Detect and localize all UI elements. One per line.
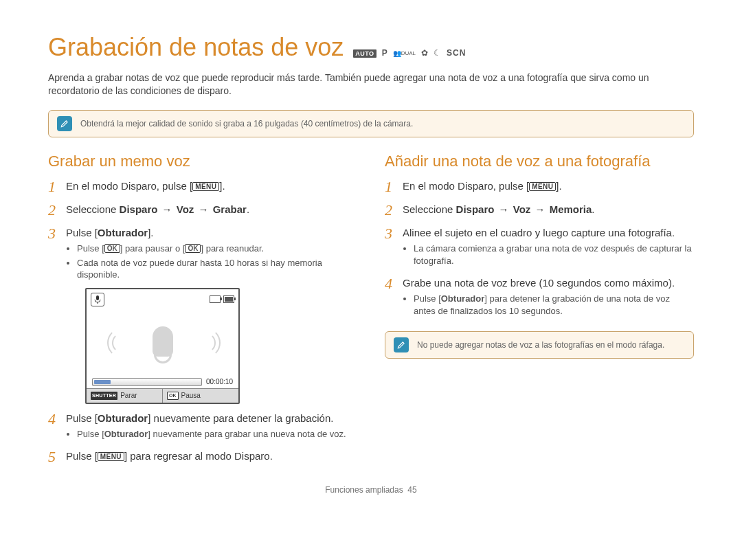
- microphone-icon: [153, 326, 173, 357]
- step-number: 3: [48, 225, 59, 242]
- right-step-1: 1 En el modo Disparo, pulse [MENU].: [385, 179, 694, 195]
- step-number: 2: [48, 202, 59, 219]
- intro-text: Aprenda a grabar notas de voz que puede …: [48, 71, 694, 98]
- step-body: En el modo Disparo, pulse [MENU].: [66, 179, 357, 193]
- step-number: 5: [48, 449, 59, 465]
- mode-icons: AUTO P 👥DUAL ✿ ☾ SCN: [353, 48, 466, 58]
- shutter-tag-icon: SHUTTER: [91, 392, 117, 400]
- sublist: La cámara comienza a grabar una nota de …: [403, 243, 694, 267]
- mode-p-icon: P: [382, 48, 387, 58]
- tip-box: Obtendrá la mejor calidad de sonido si g…: [48, 110, 694, 137]
- list-item: Cada nota de voz puede durar hasta 10 ho…: [77, 257, 357, 281]
- mode-scn-icon: SCN: [447, 48, 466, 58]
- footer-section: Funciones ampliadas: [325, 485, 403, 495]
- step-number: 3: [385, 225, 396, 242]
- list-item: Pulse [Obturador] para detener la grabac…: [414, 293, 694, 317]
- mode-beauty-icon: ✿: [421, 48, 428, 58]
- right-heading: Añadir una nota de voz a una fotografía: [385, 153, 694, 170]
- list-item: Pulse [Obturador] nuevamente para grabar…: [77, 428, 357, 440]
- tip-text: Obtendrá la mejor calidad de sonido si g…: [80, 119, 413, 128]
- step-body: Seleccione Disparo → Voz → Grabar.: [66, 202, 357, 216]
- lcd-center: [87, 310, 238, 373]
- list-item: La cámara comienza a grabar una nota de …: [414, 243, 694, 267]
- mode-auto-icon: AUTO: [353, 49, 376, 58]
- lcd-progress: 00:00:10: [92, 377, 233, 387]
- battery-empty-icon: [210, 295, 221, 303]
- mode-night-icon: ☾: [434, 48, 441, 58]
- mic-small-icon: [91, 293, 104, 306]
- sublist: Pulse [Obturador] nuevamente para grabar…: [66, 428, 357, 440]
- sublist: Pulse [Obturador] para detener la grabac…: [403, 293, 694, 317]
- lcd-pause-area: OKPausa: [163, 389, 238, 403]
- ok-button-label: OK: [185, 244, 201, 253]
- step-body: Pulse [Obturador] nuevamente para detene…: [66, 411, 357, 443]
- page: Grabación de notas de voz AUTO P 👥DUAL ✿…: [0, 0, 742, 508]
- mode-dual-icon: 👥DUAL: [393, 49, 416, 57]
- progress-time: 00:00:10: [206, 377, 233, 387]
- note-icon: [394, 337, 409, 352]
- lcd-top-bar: [87, 289, 238, 310]
- step-number: 1: [385, 179, 396, 195]
- left-step-1: 1 En el modo Disparo, pulse [MENU].: [48, 179, 357, 195]
- step-number: 1: [48, 179, 59, 195]
- lcd-screen: 00:00:10 SHUTTERParar OKPausa: [85, 288, 240, 404]
- title-row: Grabación de notas de voz AUTO P 👥DUAL ✿…: [48, 33, 694, 62]
- columns: Grabar un memo voz 1 En el modo Disparo,…: [48, 153, 694, 466]
- left-step-5: 5 Pulse [MENU] para regresar al modo Dis…: [48, 449, 357, 465]
- step-body: Seleccione Disparo → Voz → Memoria.: [403, 202, 694, 216]
- svg-rect-0: [96, 295, 99, 300]
- step-body: Alinee el sujeto en el cuadro y luego ca…: [403, 225, 694, 269]
- step-number: 4: [385, 276, 396, 292]
- step-body: Pulse [MENU] para regresar al modo Dispa…: [66, 449, 357, 463]
- page-title: Grabación de notas de voz: [48, 33, 344, 62]
- left-step-4: 4 Pulse [Obturador] nuevamente para dete…: [48, 411, 357, 443]
- right-column: Añadir una nota de voz a una fotografía …: [385, 153, 694, 466]
- left-column: Grabar un memo voz 1 En el modo Disparo,…: [48, 153, 357, 466]
- battery-full-icon: [223, 295, 234, 303]
- left-step-3: 3 Pulse [Obturador]. Pulse [OK] para pau…: [48, 225, 357, 404]
- sound-wave-left-icon: [107, 328, 135, 355]
- left-step-2: 2 Seleccione Disparo → Voz → Grabar.: [48, 202, 357, 219]
- lcd-stop-area: SHUTTERParar: [87, 389, 163, 403]
- menu-button-label: MENU: [529, 182, 556, 191]
- step-number: 2: [385, 202, 396, 219]
- right-step-4: 4 Grabe una nota de voz breve (10 segund…: [385, 276, 694, 319]
- ok-button-label: OK: [104, 244, 120, 253]
- list-item: Pulse [OK] para pausar o [OK] para reanu…: [77, 243, 357, 255]
- step-number: 4: [48, 411, 59, 427]
- note-icon: [57, 116, 72, 131]
- right-step-3: 3 Alinee el sujeto en el cuadro y luego …: [385, 225, 694, 269]
- sound-wave-right-icon: [190, 328, 218, 355]
- menu-button-label: MENU: [98, 452, 124, 461]
- sublist: Pulse [OK] para pausar o [OK] para reanu…: [66, 243, 357, 281]
- progress-bar: [92, 378, 202, 386]
- footer-page-number: 45: [407, 485, 416, 495]
- right-step-2: 2 Seleccione Disparo → Voz → Memoria.: [385, 202, 694, 219]
- menu-button-label: MENU: [192, 182, 219, 191]
- step-body: Grabe una nota de voz breve (10 segundos…: [403, 276, 694, 319]
- step-body: En el modo Disparo, pulse [MENU].: [403, 179, 694, 193]
- warning-text: No puede agregar notas de voz a las foto…: [417, 340, 664, 350]
- battery-icons: [210, 293, 234, 306]
- footer: Funciones ampliadas 45: [48, 485, 694, 495]
- lcd-bottom-bar: SHUTTERParar OKPausa: [87, 388, 238, 403]
- ok-tag-icon: OK: [167, 392, 179, 400]
- warning-box: No puede agregar notas de voz a las foto…: [385, 331, 694, 359]
- step-body: Pulse [Obturador]. Pulse [OK] para pausa…: [66, 225, 357, 404]
- left-heading: Grabar un memo voz: [48, 153, 357, 170]
